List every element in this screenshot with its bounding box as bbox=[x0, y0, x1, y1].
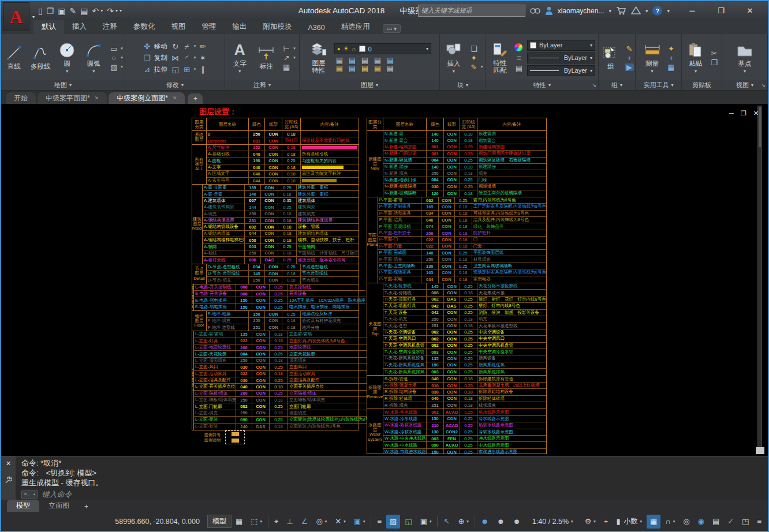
annotation-scale-button[interactable]: ☻ bbox=[509, 515, 524, 529]
layout-tab-add-button[interactable]: + bbox=[79, 501, 94, 512]
panel-view-footer[interactable]: 视图▾ bbox=[722, 80, 767, 90]
drawing-area[interactable]: ─ ❐ ✕ 图层设置： 图层分类图层名称颜色线型打印线宽 (A3)内容/备注系统… bbox=[1, 104, 768, 456]
gizmo-button[interactable]: ⊕▾ bbox=[454, 515, 472, 529]
signed-in-user[interactable]: xiaomaychen... bbox=[558, 7, 604, 15]
undo-caret-icon[interactable]: ▾ bbox=[100, 8, 103, 13]
ribbon-tab-输出[interactable]: 输出 bbox=[225, 20, 255, 34]
polar-tracking-button[interactable]: ∠ bbox=[298, 515, 312, 529]
text-caret-icon[interactable]: ▾ bbox=[238, 69, 241, 74]
model-space-button[interactable]: 模型 bbox=[207, 515, 232, 528]
lock-ui-button[interactable]: ∩▾ bbox=[662, 515, 678, 529]
caret-icon[interactable]: ▾ bbox=[260, 519, 263, 524]
panel-block-footer[interactable]: 块▾ bbox=[440, 80, 486, 90]
command-close-icon[interactable]: ✕ bbox=[6, 460, 11, 467]
plot-style-button[interactable]: ✓ bbox=[724, 515, 737, 529]
ellipse-icon[interactable]: ○ bbox=[109, 54, 118, 62]
layer-color-swatch[interactable] bbox=[359, 46, 365, 52]
layer-unlock-all-icon[interactable]: ▤ bbox=[372, 65, 383, 72]
arc-button[interactable]: 圆弧 ▾ bbox=[83, 40, 104, 75]
layer-thaw-icon[interactable]: ☀ bbox=[343, 45, 349, 53]
hatch-icon[interactable]: ▨ bbox=[109, 63, 118, 71]
panel-groups-footer[interactable]: 组▾ bbox=[599, 80, 635, 90]
open-file-icon[interactable]: ❐ bbox=[47, 7, 54, 15]
caret-icon[interactable]: ▾ bbox=[344, 519, 346, 524]
ribbon-tab-精选应用[interactable]: 精选应用 bbox=[333, 20, 378, 34]
array-icon[interactable]: ⊞ bbox=[182, 66, 192, 73]
quick-select-icon[interactable]: ✦ bbox=[667, 45, 676, 53]
block-edit-caret-icon[interactable]: ▾ bbox=[481, 65, 483, 69]
a360-caret-icon[interactable]: ▾ bbox=[645, 8, 648, 14]
new-file-icon[interactable]: ▯ bbox=[38, 7, 43, 15]
plot-button[interactable]: ▤ bbox=[709, 515, 723, 529]
polyline-button[interactable]: 多段线 bbox=[29, 43, 51, 72]
caret-icon[interactable]: ▾ bbox=[673, 519, 675, 524]
cut-icon[interactable]: ✂ bbox=[710, 50, 719, 57]
save-icon[interactable]: ▣ bbox=[58, 7, 65, 15]
copy-icon[interactable]: ❐ bbox=[143, 54, 152, 62]
undo-icon[interactable]: ↶ bbox=[92, 7, 99, 15]
group-edit-icon[interactable]: + bbox=[625, 54, 634, 62]
leader-caret-icon[interactable]: ▾ bbox=[293, 55, 296, 60]
panel-draw-footer[interactable]: 绘图▾ bbox=[1, 80, 125, 90]
redo-icon[interactable]: ↷ bbox=[107, 7, 114, 15]
doc-close-icon[interactable]: ✕ bbox=[753, 110, 759, 117]
mirror-icon[interactable]: ⋈ bbox=[171, 54, 180, 62]
rotate-icon[interactable]: ↻ bbox=[171, 43, 180, 50]
linetype-dropdown[interactable]: ByLayer ▾ bbox=[527, 53, 595, 63]
layer-off-icon[interactable]: ▤ bbox=[334, 65, 345, 72]
measure-button[interactable]: 测量 ▾ bbox=[641, 40, 663, 75]
layer-freeze-icon[interactable]: ▤ bbox=[360, 57, 370, 64]
panel-annotate-footer[interactable]: 注释▾ bbox=[225, 80, 299, 90]
circle-caret-icon[interactable]: ▾ bbox=[66, 69, 68, 74]
base-caret-icon[interactable]: ▾ bbox=[744, 69, 746, 74]
linear-dimension-caret-icon[interactable]: ▾ bbox=[293, 46, 296, 51]
fillet-caret-icon[interactable]: ▾ bbox=[194, 55, 196, 60]
user-menu-caret-icon[interactable]: ▾ bbox=[609, 8, 611, 14]
rectangle-icon[interactable]: ▭ bbox=[109, 45, 118, 53]
panel-modify-footer[interactable]: 修改▾ bbox=[125, 80, 225, 90]
search-icon[interactable] bbox=[530, 7, 540, 15]
panel-properties-footer[interactable]: 特性▾ bbox=[486, 80, 598, 90]
caret-icon[interactable]: ▾ bbox=[571, 519, 573, 524]
move-icon[interactable]: ✜ bbox=[143, 43, 152, 50]
ortho-mode-button[interactable]: ⊥ bbox=[283, 515, 296, 529]
caret-icon[interactable]: ▾ bbox=[430, 519, 432, 524]
layout-tab-立面图[interactable]: 立面图 bbox=[39, 500, 79, 512]
app-logo-button[interactable]: A ▾ bbox=[3, 2, 29, 31]
ribbon-tab-参数化[interactable]: 参数化 bbox=[125, 20, 163, 34]
transparency-button[interactable]: ▨ bbox=[386, 515, 400, 529]
ribbon-tab-A360[interactable]: A360 bbox=[300, 21, 333, 34]
command-customize-icon[interactable] bbox=[5, 477, 12, 484]
file-tab-close-icon[interactable]: ✕ bbox=[173, 95, 177, 101]
doc-minimize-icon[interactable]: ─ bbox=[729, 110, 734, 117]
redo-caret-icon[interactable]: ▾ bbox=[115, 8, 118, 13]
rectangle-caret-icon[interactable]: ▾ bbox=[121, 46, 123, 51]
user-icon[interactable] bbox=[545, 6, 553, 15]
3d-object-snap-button[interactable]: ▣▾ bbox=[417, 515, 435, 529]
group-selection-icon[interactable]: ▶ bbox=[625, 63, 634, 71]
close-button[interactable]: ✕ bbox=[736, 6, 764, 15]
plot-icon[interactable]: ▤ bbox=[80, 7, 88, 15]
layer-unlock-icon[interactable]: ∩ bbox=[352, 46, 356, 52]
offset-icon[interactable]: ∥ bbox=[198, 66, 207, 73]
layer-match-icon[interactable]: ▤ bbox=[385, 65, 395, 72]
ribbon-tab-插入[interactable]: 插入 bbox=[64, 20, 95, 34]
ucs-button[interactable]: ↖ bbox=[440, 515, 453, 529]
save-as-icon[interactable]: ✎ bbox=[70, 7, 77, 15]
ribbon-tab-默认[interactable]: 默认 bbox=[33, 20, 64, 34]
file-tab-add-button[interactable]: + bbox=[188, 93, 203, 104]
object-snap-tracking-button[interactable]: ✕▾ bbox=[331, 515, 349, 529]
layer-lock-icon[interactable]: ▤ bbox=[372, 57, 383, 64]
copy-clip-icon[interactable]: ❐ bbox=[710, 59, 719, 66]
trim-caret-icon[interactable]: ▾ bbox=[194, 44, 196, 48]
grid-display-button[interactable]: ▦ bbox=[232, 515, 246, 529]
hardware-acceleration-button[interactable]: ◉ bbox=[695, 515, 708, 529]
caret-icon[interactable]: ▾ bbox=[325, 519, 327, 524]
layer-make-current-icon[interactable]: ▤ bbox=[347, 65, 357, 72]
panel-utilities-footer[interactable]: 实用工具▾ bbox=[636, 80, 681, 90]
vertical-scrollbar[interactable] bbox=[757, 106, 762, 447]
explode-icon[interactable]: ✶ bbox=[198, 54, 207, 62]
layer-properties-button[interactable]: 图层特性 bbox=[308, 40, 330, 76]
units-button[interactable]: ▮小数▾ bbox=[613, 515, 645, 529]
erase-icon[interactable]: ✏ bbox=[198, 43, 207, 50]
